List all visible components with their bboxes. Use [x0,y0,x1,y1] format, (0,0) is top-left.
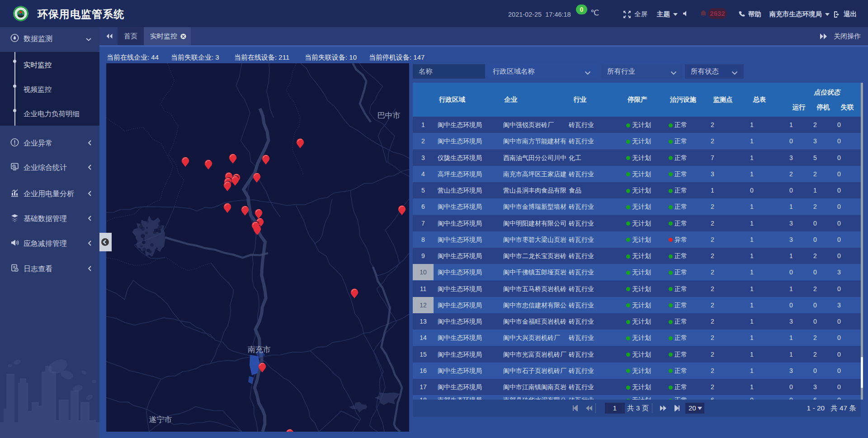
svg-text:遂宁市: 遂宁市 [149,415,172,424]
svg-text:南充市: 南充市 [248,345,271,354]
svg-text:巴中市: 巴中市 [377,111,401,120]
